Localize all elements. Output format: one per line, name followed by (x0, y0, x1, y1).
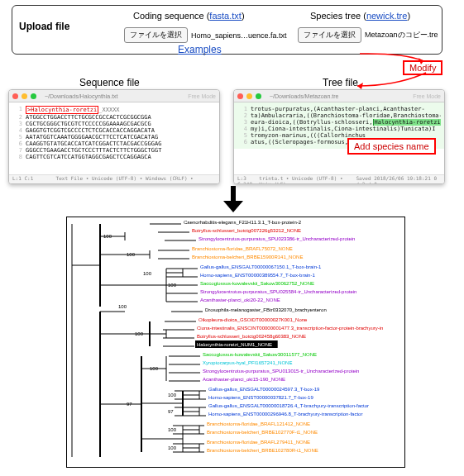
svg-text:Branchiostoma-belcheri_BRBE102: Branchiostoma-belcheri_BRBE102780R-t1_NO… (207, 448, 318, 453)
arrow-to-modify (347, 50, 447, 91)
svg-text:Saccoglossus-kowalevskii_Sakow: Saccoglossus-kowalevskii_Sakow30011577_N… (203, 352, 317, 357)
choose-file-button[interactable]: ファイルを選択 (298, 27, 361, 43)
svg-text:100: 100 (143, 271, 152, 276)
minimize-icon[interactable] (22, 93, 27, 99)
svg-text:Drosophila-melanogaster_FBtr03: Drosophila-melanogaster_FBtr0332070_brac… (205, 307, 327, 312)
svg-text:Homo-sapiens_ENST00000037821.7: Homo-sapiens_ENST00000037821.7_T-box-19 (208, 395, 313, 400)
mode-label: Free Mode (188, 93, 216, 99)
tree-editor-window: ~/Downloads/Metazoan.tre Free Mode 1trot… (233, 89, 445, 184)
svg-text:100: 100 (135, 331, 144, 336)
svg-text:Halocynthia-roretzi_NUM1_NONE: Halocynthia-roretzi_NUM1_NONE (197, 342, 272, 347)
svg-text:Xyroptocarpus-hyal_PFI1657241_: Xyroptocarpus-hyal_PFI1657241_NONE (203, 360, 292, 365)
zoom-icon[interactable] (256, 93, 261, 99)
status-bar: L:1 C:1Text File • Unicode (UTF-8) • Win… (9, 174, 219, 183)
upload-panel: Upload file Coding sequence (fasta.txt) … (12, 5, 442, 55)
svg-text:100: 100 (118, 304, 127, 309)
svg-text:100: 100 (168, 427, 177, 432)
sequence-file-label: Sequence file (79, 77, 140, 88)
svg-text:Branchiostoma-floridae_BRAFL27: Branchiostoma-floridae_BRAFL279411_NONE (207, 440, 310, 445)
svg-text:100: 100 (168, 393, 177, 397)
svg-text:97: 97 (127, 402, 132, 407)
svg-text:Branchiostoma-belcheri_BRBE102: Branchiostoma-belcheri_BRBE102770F-t1_NO… (207, 430, 318, 435)
status-bar: L:3 C:249trinta.t • Unicode (UTF-8) • Un… (234, 174, 444, 183)
close-icon[interactable] (12, 93, 18, 99)
editor-content[interactable]: 1>Halocynthia-roretzi_XXXXX 2ATGGCCTGGAC… (9, 102, 219, 164)
svg-text:Gallus-gallus_ENSGALT000000245: Gallus-gallus_ENSGALT00000024597.3_T-box… (208, 387, 320, 392)
svg-text:Saccoglossus-kowalevskii_Sakow: Saccoglossus-kowalevskii_Sakow30062752_N… (200, 281, 314, 286)
upload-title: Upload file (19, 21, 69, 32)
svg-text:Gallus-gallus_ENSGALT000000671: Gallus-gallus_ENSGALT00000067150.1_T-box… (200, 264, 322, 269)
down-arrow-icon (223, 186, 243, 213)
svg-text:Gallus-gallus_ENSGALT000000187: Gallus-gallus_ENSGALT00000018726.4_T-bra… (208, 403, 369, 408)
examples-link[interactable]: Examples (178, 44, 222, 55)
svg-text:100: 100 (168, 445, 177, 450)
svg-text:Caenorhabditis-elegans_F21H11.: Caenorhabditis-elegans_F21H11.3.1_T-box-… (184, 220, 302, 225)
tree-file-input[interactable]: ファイルを選択 Metazoanのコピー.tre (298, 27, 438, 43)
svg-text:Homo-sapiens_ENST00000389554.7: Homo-sapiens_ENST00000389554.7_T-box-bra… (200, 273, 315, 278)
tree-file-label: Tree file (323, 77, 358, 88)
file-path: ~/Downloads/Halocynthia.txt (45, 93, 118, 99)
coding-heading: Coding sequence (fasta.txt) (133, 11, 245, 21)
svg-text:Acanthaster-planci_oki15-190_N: Acanthaster-planci_oki15-190_NONE (203, 377, 285, 382)
svg-text:97: 97 (168, 409, 174, 414)
window-titlebar: ~/Downloads/Metazoan.tre Free Mode (234, 90, 444, 102)
zoom-icon[interactable] (31, 93, 36, 99)
svg-text:Oikopleura-dioica_GSOIDT000000: Oikopleura-dioica_GSOIDT00000027K001_Non… (199, 317, 308, 322)
svg-text:Ciona-intestinalis_ENSCINT0000: Ciona-intestinalis_ENSCINT00000001477.3_… (197, 326, 383, 331)
svg-text:Acanthaster-planci_oki20-22_NO: Acanthaster-planci_oki20-22_NONE (200, 298, 280, 302)
svg-text:Botryllus-schlosseri_botctg002: Botryllus-schlosseri_botctg002458g60383_… (197, 334, 306, 339)
fasta-link[interactable]: fasta.txt (209, 11, 242, 21)
file-name: Homo_sapiens…uence.fa.txt (191, 31, 287, 40)
fasta-header-species: >Halocynthia-roretzi (26, 106, 98, 114)
phylogenetic-tree-panel: 1001001001001001009710010097100100Caenor… (66, 217, 405, 468)
newick-link[interactable]: newick.tre (366, 11, 408, 21)
svg-text:100: 100 (168, 283, 177, 288)
phylogenetic-tree-svg: 1001001001001001009710010097100100Caenor… (67, 217, 406, 469)
choose-file-button[interactable]: ファイルを選択 (124, 27, 188, 43)
file-name: Metazoanのコピー.tre (365, 30, 438, 40)
fasta-header-suffix: _XXXXX (98, 107, 119, 113)
svg-text:Branchiostoma-floridae_BRAFL75: Branchiostoma-floridae_BRAFL75072_NONE (192, 246, 293, 251)
minimize-icon[interactable] (246, 93, 252, 99)
close-icon[interactable] (237, 93, 243, 99)
species-heading: Species tree (newick.tre) (310, 11, 410, 21)
svg-text:Homo-sapiens_ENST00000296946.8: Homo-sapiens_ENST00000296946.8_T-brachyu… (208, 412, 362, 416)
coding-file-input[interactable]: ファイルを選択 Homo_sapiens…uence.fa.txt (124, 27, 287, 43)
svg-text:Branchiostoma-belcheri_BRBE159: Branchiostoma-belcheri_BRBE15900R141_NON… (192, 255, 303, 259)
window-titlebar: ~/Downloads/Halocynthia.txt Free Mode (9, 90, 219, 102)
mode-label: Free Mode (413, 93, 441, 99)
file-path: ~/Downloads/Metazoan.tre (270, 93, 338, 99)
svg-text:Strongylocentrotus-purpuratus_: Strongylocentrotus-purpuratus_SPU025584-… (200, 289, 356, 294)
added-species-highlight: Halocynthia-roretzi) (373, 119, 441, 126)
svg-text:Botryllus-schlosseri_botctg007: Botryllus-schlosseri_botctg007226g53212_… (192, 228, 301, 233)
svg-text:Branchiostoma-floridae_BRAFL12: Branchiostoma-floridae_BRAFL121412_NONE (207, 421, 310, 426)
svg-text:Strongylocentrotus-purpuratus_: Strongylocentrotus-purpuratus_SPU013015-… (203, 369, 359, 374)
sequence-editor-window: ~/Downloads/Halocynthia.txt Free Mode 1>… (8, 89, 220, 184)
add-species-label: Add species name (347, 138, 436, 155)
svg-text:100: 100 (103, 234, 112, 239)
svg-text:Strongylocentrotus-purpuratus_: Strongylocentrotus-purpuratus_SPU023386-… (199, 236, 355, 241)
svg-text:100: 100 (150, 366, 159, 371)
svg-text:100: 100 (127, 252, 136, 257)
